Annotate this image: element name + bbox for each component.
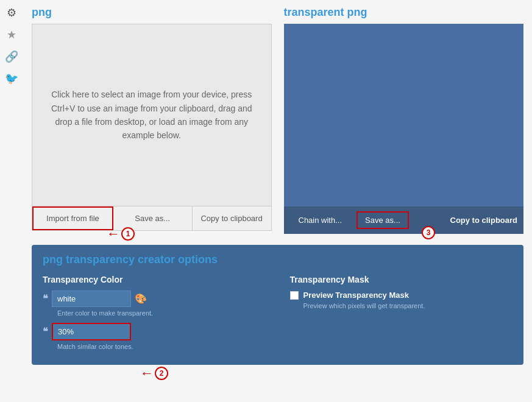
color-hint: Enter color to make transparent. bbox=[57, 309, 266, 317]
mask-checkbox-label: Preview Transparency Mask bbox=[303, 291, 409, 300]
transparent-png-panel: transparent png Chain with... Save as...… bbox=[284, 6, 524, 234]
import-from-file-button[interactable]: Import from file bbox=[32, 206, 113, 230]
transparent-copy-button[interactable]: Copy to clipboard bbox=[450, 216, 518, 225]
transparency-color-label: Transparency Color bbox=[43, 275, 266, 284]
mask-hint: Preview which pixels will get transparen… bbox=[303, 302, 513, 309]
transparency-mask-col: Transparency Mask Preview Transparency M… bbox=[290, 275, 513, 356]
color-input-row: ❝ 🎨 bbox=[43, 291, 266, 307]
upload-instructions: Click here to select an image from your … bbox=[44, 88, 259, 143]
options-title: png transparency creator options bbox=[43, 253, 512, 266]
percent-input[interactable] bbox=[52, 323, 131, 340]
twitter-icon[interactable]: 🐦 bbox=[5, 72, 18, 85]
options-panel: png transparency creator options Transpa… bbox=[32, 245, 523, 365]
percent-input-row: ❝ bbox=[43, 323, 266, 340]
mask-row: Preview Transparency Mask bbox=[290, 291, 513, 300]
save-as-button[interactable]: Save as... bbox=[113, 206, 193, 230]
transparency-color-col: Transparency Color ❝ 🎨 Enter color to ma… bbox=[43, 275, 266, 356]
transparent-png-title: transparent png bbox=[284, 6, 524, 19]
percent-hint: Match similar color tones. bbox=[57, 343, 266, 350]
copy-to-clipboard-button[interactable]: Copy to clipboard bbox=[193, 206, 271, 230]
png-panel: png Click here to select an image from y… bbox=[32, 6, 272, 234]
upload-area[interactable]: Click here to select an image from your … bbox=[32, 24, 272, 206]
mask-checkbox[interactable] bbox=[290, 291, 299, 300]
color-quote-icon: ❝ bbox=[43, 293, 48, 305]
options-row: Transparency Color ❝ 🎨 Enter color to ma… bbox=[43, 275, 512, 356]
star-icon[interactable]: ★ bbox=[7, 28, 16, 41]
sidebar: ⚙ ★ 🔗 🐦 bbox=[0, 0, 23, 402]
transparency-mask-label: Transparency Mask bbox=[290, 275, 513, 284]
percent-quote-icon: ❝ bbox=[43, 326, 48, 337]
png-panel-title: png bbox=[32, 6, 272, 19]
preview-actions: Chain with... Save as... Copy to clipboa… bbox=[284, 206, 524, 234]
preview-area bbox=[284, 24, 524, 206]
palette-icon[interactable]: 🎨 bbox=[135, 293, 147, 305]
transparent-save-as-button[interactable]: Save as... bbox=[356, 211, 409, 229]
color-input[interactable] bbox=[52, 291, 131, 307]
gear-icon[interactable]: ⚙ bbox=[7, 6, 16, 19]
chain-with-button[interactable]: Chain with... bbox=[290, 211, 351, 229]
link-icon[interactable]: 🔗 bbox=[5, 50, 18, 63]
main-content: png Click here to select an image from y… bbox=[23, 0, 532, 371]
top-row: png Click here to select an image from y… bbox=[32, 6, 523, 234]
upload-actions: Import from file Save as... Copy to clip… bbox=[32, 206, 272, 231]
